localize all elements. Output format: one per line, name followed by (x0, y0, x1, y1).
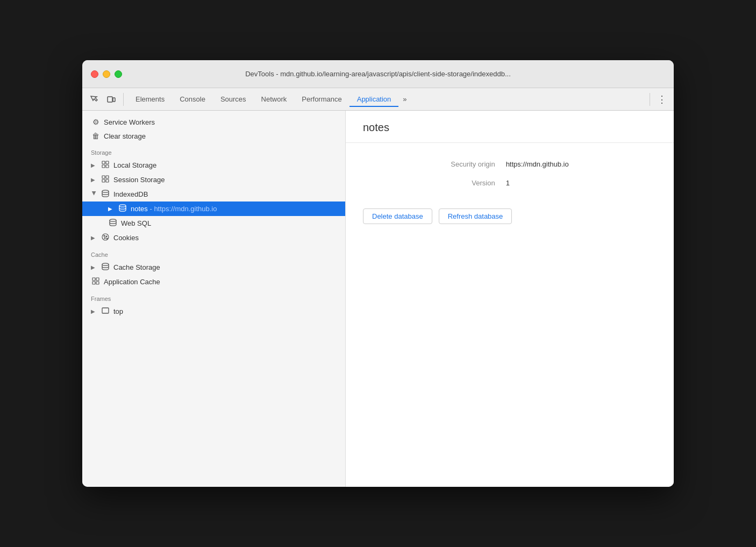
sidebar-label-notes: notes - https://mdn.github.io (131, 205, 339, 213)
expand-arrow-session-storage: ▶ (91, 177, 97, 183)
svg-rect-0 (108, 97, 112, 102)
svg-point-17 (106, 238, 108, 239)
svg-point-16 (104, 237, 105, 239)
sidebar-item-notes-db[interactable]: ▶ notes - https://mdn.github.io (82, 201, 345, 216)
tab-network[interactable]: Network (254, 92, 295, 106)
sidebar-label-session-storage: Session Storage (113, 176, 339, 184)
sidebar-label-local-storage: Local Storage (113, 161, 339, 169)
security-origin-label: Security origin (363, 160, 495, 168)
sidebar-label-app-cache: Application Cache (104, 278, 339, 286)
refresh-database-button[interactable]: Refresh database (439, 208, 512, 224)
content-panel: notes Security origin https://mdn.github… (346, 111, 674, 487)
tab-sources[interactable]: Sources (213, 92, 254, 106)
svg-rect-6 (102, 176, 105, 178)
expand-arrow-cookies: ▶ (91, 235, 97, 241)
sidebar-item-cookies[interactable]: ▶ Cookies (82, 231, 345, 245)
maximize-button[interactable] (115, 70, 122, 78)
sidebar-label-indexeddb: IndexedDB (113, 190, 339, 198)
svg-rect-3 (106, 161, 109, 164)
tab-performance[interactable]: Performance (294, 92, 349, 106)
expand-arrow-top: ▶ (91, 308, 97, 314)
svg-rect-4 (102, 165, 105, 168)
sidebar-label-cache-storage: Cache Storage (113, 263, 339, 271)
sidebar-label-web-sql: Web SQL (121, 219, 339, 227)
sidebar-item-service-workers[interactable]: ⚙ Service Workers (82, 115, 345, 129)
sidebar-label-service-workers: Service Workers (104, 118, 339, 126)
sidebar: ⚙ Service Workers 🗑 Clear storage Storag… (82, 111, 346, 487)
svg-rect-23 (102, 308, 109, 313)
content-title: notes (363, 121, 657, 134)
expand-arrow-local-storage: ▶ (91, 162, 97, 168)
svg-point-13 (102, 234, 109, 240)
content-header: notes (346, 111, 674, 143)
inspect-element-button[interactable] (87, 92, 102, 107)
devtools-toolbar: Elements Console Sources Network Perform… (82, 88, 674, 111)
grid-icon-appcache (91, 277, 101, 286)
svg-rect-1 (113, 98, 115, 102)
devtools-menu-button[interactable]: ⋮ (654, 92, 669, 107)
sidebar-section-frames: Frames (82, 289, 345, 304)
action-buttons: Delete database Refresh database (363, 208, 657, 224)
sidebar-item-indexeddb[interactable]: ▶ IndexedDB (82, 187, 345, 201)
gear-icon: ⚙ (91, 118, 101, 126)
minimize-button[interactable] (103, 70, 110, 78)
version-label: Version (363, 179, 495, 187)
version-value: 1 (506, 179, 657, 187)
sidebar-section-storage: Storage (82, 143, 345, 158)
sidebar-label-top: top (113, 307, 339, 315)
svg-rect-7 (106, 176, 109, 178)
svg-rect-5 (106, 165, 109, 168)
devtools-window: DevTools - mdn.github.io/learning-area/j… (82, 60, 674, 487)
grid-icon-session (101, 175, 110, 184)
svg-rect-9 (106, 179, 109, 182)
security-origin-value: https://mdn.github.io (506, 160, 657, 168)
title-bar: DevTools - mdn.github.io/learning-area/j… (82, 60, 674, 88)
db-icon-indexeddb (101, 190, 110, 199)
sidebar-item-cache-storage[interactable]: ▶ Cache Storage (82, 260, 345, 275)
traffic-lights (91, 70, 122, 78)
svg-point-15 (106, 236, 107, 237)
frame-icon (101, 307, 110, 315)
svg-rect-22 (96, 282, 99, 284)
grid-icon-local (101, 161, 110, 170)
svg-point-10 (102, 190, 109, 192)
svg-point-11 (119, 205, 126, 207)
svg-rect-20 (96, 278, 99, 280)
more-tabs-button[interactable]: » (398, 93, 411, 105)
sidebar-item-clear-storage[interactable]: 🗑 Clear storage (82, 129, 345, 143)
expand-arrow-notes: ▶ (108, 206, 115, 212)
svg-point-12 (110, 219, 116, 221)
sidebar-item-top-frame[interactable]: ▶ top (82, 304, 345, 318)
window-title: DevTools - mdn.github.io/learning-area/j… (245, 70, 511, 78)
sidebar-label-clear-storage: Clear storage (104, 132, 339, 140)
db-icon-cache (101, 263, 110, 272)
sidebar-item-local-storage[interactable]: ▶ Local Storage (82, 158, 345, 172)
sidebar-item-session-storage[interactable]: ▶ Session Storage (82, 172, 345, 187)
svg-rect-19 (92, 278, 95, 280)
toolbar-divider-2 (650, 93, 650, 106)
svg-point-18 (102, 263, 109, 265)
db-icon-websql (108, 219, 118, 228)
cookie-icon (101, 233, 110, 242)
toolbar-divider (123, 93, 124, 106)
delete-database-button[interactable]: Delete database (363, 208, 432, 224)
svg-rect-2 (102, 161, 105, 164)
main-layout: ⚙ Service Workers 🗑 Clear storage Storag… (82, 111, 674, 487)
content-body: Security origin https://mdn.github.io Ve… (346, 143, 674, 487)
sidebar-item-web-sql[interactable]: Web SQL (82, 216, 345, 231)
info-table: Security origin https://mdn.github.io Ve… (363, 160, 657, 187)
svg-rect-21 (92, 282, 95, 284)
sidebar-section-cache: Cache (82, 245, 345, 260)
tab-application[interactable]: Application (350, 92, 399, 106)
sidebar-item-app-cache[interactable]: Application Cache (82, 275, 345, 289)
device-toolbar-button[interactable] (104, 92, 119, 107)
expand-arrow-cache: ▶ (91, 264, 97, 270)
tab-console[interactable]: Console (172, 92, 213, 106)
tabs-container: Elements Console Sources Network Perform… (128, 92, 645, 106)
tab-elements[interactable]: Elements (128, 92, 172, 106)
trash-icon: 🗑 (91, 132, 101, 140)
close-button[interactable] (91, 70, 98, 78)
svg-rect-8 (102, 179, 105, 182)
db-icon-notes (118, 204, 127, 213)
sidebar-label-cookies: Cookies (113, 234, 339, 242)
